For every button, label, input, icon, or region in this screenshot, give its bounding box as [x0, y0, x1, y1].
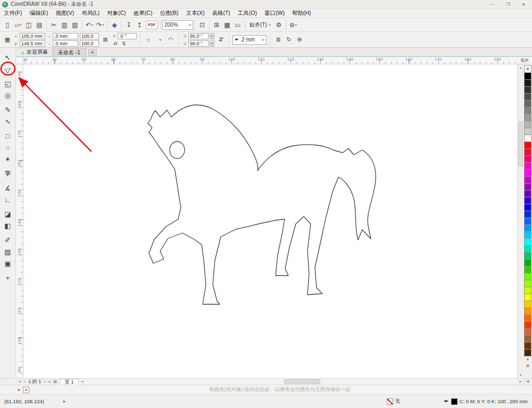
spin-down-icon[interactable]: ▾ — [210, 36, 214, 39]
color-swatch[interactable] — [524, 162, 531, 170]
color-swatch[interactable] — [524, 218, 531, 225]
show-grid-button[interactable]: ▦ — [222, 20, 232, 30]
color-swatch[interactable] — [524, 141, 531, 149]
scroll-down-arrow[interactable]: ▾ — [518, 372, 523, 378]
no-color-swatch[interactable]: ✕ — [524, 65, 531, 73]
object-y-input[interactable] — [20, 40, 45, 47]
outline-status[interactable]: ✒ C: 0 M: 0 Y: 0 K: 100 .200 mm — [444, 398, 528, 405]
wrap-text-button[interactable]: ≣ — [273, 35, 283, 45]
menu-item[interactable]: 工具(O) — [234, 10, 261, 17]
color-swatch[interactable] — [524, 176, 531, 184]
coordinates-expand-arrow[interactable]: ▸ — [63, 399, 65, 404]
start-angle-input[interactable] — [188, 33, 209, 39]
vertical-scrollbar[interactable]: ▴ ▾ — [517, 64, 523, 378]
ellipse-tool[interactable]: ○ — [2, 141, 14, 153]
import-button[interactable]: ↧ — [123, 20, 134, 30]
color-swatch[interactable] — [524, 86, 531, 94]
color-swatch[interactable] — [524, 79, 531, 87]
color-swatch[interactable] — [524, 114, 531, 121]
scroll-up-arrow[interactable]: ▴ — [518, 64, 523, 71]
first-page-button[interactable]: « — [18, 379, 21, 385]
horse-outline-drawing[interactable] — [23, 64, 517, 378]
spin-down-icon[interactable]: ▾ — [210, 44, 214, 47]
pie-mode-button[interactable]: ◔ — [155, 35, 164, 45]
zoom-level-select[interactable]: 200%▾ — [162, 20, 193, 30]
menu-item[interactable]: 窗口(W) — [261, 10, 288, 17]
color-swatch[interactable] — [524, 231, 531, 239]
mirror-vertical-button[interactable]: ⇅ — [120, 40, 128, 47]
palette-scroll-down-button[interactable]: ▾ — [524, 356, 531, 363]
crop-tool[interactable]: ◱ — [2, 78, 14, 89]
color-eyedropper-tool[interactable]: ✐ — [2, 234, 14, 246]
color-swatch[interactable] — [524, 273, 531, 280]
color-swatch[interactable] — [524, 314, 531, 322]
color-swatch[interactable] — [524, 287, 531, 294]
artistic-media-tool[interactable]: ∿ — [2, 115, 14, 127]
save-button[interactable]: ◫ — [23, 20, 34, 30]
parallel-dimension-tool[interactable]: ∡ — [2, 182, 14, 194]
mirror-horizontal-button[interactable]: ⇄ — [112, 40, 119, 47]
publish-pdf-button[interactable]: PDF — [146, 21, 157, 29]
color-swatch[interactable] — [524, 238, 531, 246]
object-width-input[interactable] — [53, 33, 78, 39]
fill-status[interactable]: 无 — [387, 398, 401, 405]
palette-expand-button[interactable]: ⊞ — [524, 363, 531, 369]
end-angle-input[interactable] — [188, 40, 209, 47]
color-swatch[interactable] — [524, 93, 531, 101]
vertical-scroll-thumb[interactable] — [518, 121, 523, 166]
shape-tool[interactable]: ▷ — [2, 63, 14, 75]
color-swatch[interactable] — [524, 169, 531, 177]
color-swatch[interactable] — [524, 224, 531, 232]
navigator-button[interactable]: ✛ — [523, 379, 532, 385]
last-page-button[interactable]: » — [48, 379, 51, 385]
object-x-input[interactable] — [20, 33, 45, 39]
open-button[interactable]: ▱▾ — [13, 20, 23, 30]
color-swatch[interactable] — [524, 301, 531, 308]
new-document-tab-button[interactable]: + — [88, 49, 97, 56]
tab-untitled-document[interactable]: 未命名 -1 — [52, 48, 86, 56]
search-content-button[interactable]: ◆ — [109, 20, 120, 30]
transparency-tool[interactable]: ◧ — [2, 220, 14, 231]
color-swatch[interactable] — [524, 155, 531, 163]
menu-item[interactable]: 布局(L) — [78, 10, 103, 17]
customize-toolbox[interactable]: + — [2, 272, 14, 284]
page-1-tab[interactable]: 页 1 — [60, 379, 79, 385]
menu-item[interactable]: 位图(B) — [156, 10, 182, 17]
color-swatch[interactable] — [524, 183, 531, 190]
color-swatch[interactable] — [524, 328, 531, 336]
color-swatch[interactable] — [524, 342, 531, 349]
polygon-tool[interactable]: ✶ — [2, 153, 14, 165]
freehand-tool[interactable]: ✎ — [2, 104, 14, 115]
horizontal-scroll-thumb[interactable] — [284, 379, 320, 384]
options-button[interactable]: ⚙ — [273, 20, 284, 30]
color-swatch[interactable] — [524, 190, 531, 197]
document-palette-expand-arrow[interactable]: ▸ — [18, 387, 20, 392]
previous-page-button[interactable]: ‹ — [23, 379, 26, 385]
color-swatch[interactable] — [524, 148, 531, 156]
arc-mode-button[interactable]: ◠ — [166, 35, 176, 45]
drop-shadow-tool[interactable]: ◪ — [2, 208, 14, 220]
menu-item[interactable]: 帮助(H) — [288, 10, 315, 17]
launcher-button[interactable]: ⊚▾ — [288, 20, 298, 30]
color-swatch[interactable] — [524, 197, 531, 204]
scroll-right-arrow[interactable]: ▸ — [517, 379, 523, 385]
color-swatch[interactable] — [524, 259, 531, 267]
connector-tool[interactable]: ∟ — [2, 194, 14, 205]
color-swatch[interactable] — [524, 294, 531, 301]
vertical-scroll-track[interactable] — [518, 71, 523, 372]
color-swatch[interactable] — [524, 204, 531, 211]
scale-y-input[interactable] — [80, 40, 99, 47]
menu-item[interactable]: 表格(T) — [208, 10, 234, 17]
color-swatch[interactable] — [524, 121, 531, 128]
copy-button[interactable]: ▥ — [59, 20, 70, 30]
end-angle-spinner[interactable]: ▴▾ — [210, 40, 214, 47]
color-swatch[interactable] — [524, 100, 531, 107]
menu-item[interactable]: 效果(C) — [130, 10, 156, 17]
menu-item[interactable]: 文本(X) — [182, 10, 208, 17]
text-tool[interactable]: 字 — [2, 168, 14, 179]
smart-fill-tool[interactable]: ▣ — [2, 257, 14, 269]
change-direction-button[interactable]: ⇵ — [216, 35, 226, 45]
color-swatch[interactable] — [524, 349, 531, 356]
scale-x-input[interactable] — [80, 33, 99, 39]
drawing-canvas[interactable] — [23, 64, 517, 378]
